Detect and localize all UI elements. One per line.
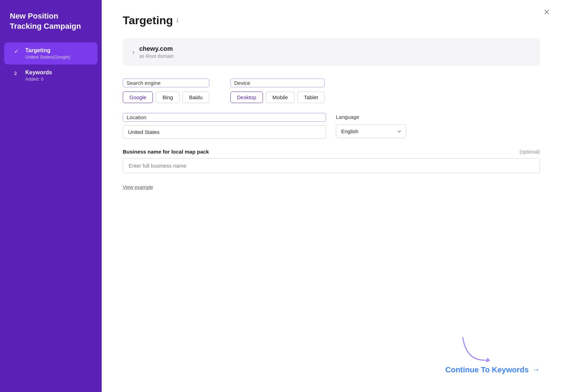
view-example-link[interactable]: View example <box>123 184 153 190</box>
language-label: Language <box>336 113 406 121</box>
continue-to-keywords-button[interactable]: Continue To Keywords → <box>445 365 540 374</box>
domain-card: › chewy.com as Root domain <box>123 38 540 66</box>
sidebar-item-targeting-label: Targeting <box>25 47 70 54</box>
optional-label: (optional) <box>520 149 540 155</box>
location-language-row: Location Language English Spanish French… <box>123 113 540 139</box>
sidebar-item-keywords-label: Keywords <box>25 69 52 76</box>
search-engine-buttons: Google Bing Baidu <box>123 92 209 103</box>
continue-area: Continue To Keywords → <box>445 334 540 374</box>
device-tablet-button[interactable]: Tablet <box>297 92 325 103</box>
sidebar-item-keywords-number: 2 <box>14 70 21 76</box>
page-title-text: Targeting <box>123 14 173 27</box>
engine-device-row: Search engine Google Bing Baidu Device D… <box>123 79 540 103</box>
engine-google-button[interactable]: Google <box>123 92 153 103</box>
info-icon: ℹ <box>176 17 178 24</box>
device-buttons: Desktop Mobile Tablet <box>230 92 325 103</box>
business-section: Business name for local map pack (option… <box>123 149 540 173</box>
device-col: Device Desktop Mobile Tablet <box>230 79 325 103</box>
main-content: ✕ Targeting ℹ › chewy.com as Root domain… <box>102 0 561 392</box>
location-input[interactable] <box>123 125 326 139</box>
language-select[interactable]: English Spanish French German Italian <box>336 124 406 138</box>
continue-label: Continue To Keywords <box>445 365 529 374</box>
engine-baidu-button[interactable]: Baidu <box>182 92 209 103</box>
sidebar-item-keywords-sub: Added: 0 <box>25 76 52 82</box>
chevron-right-icon: › <box>133 49 134 55</box>
close-icon: ✕ <box>543 8 550 16</box>
language-col: Language English Spanish French German I… <box>336 113 406 138</box>
device-label: Device <box>230 79 325 87</box>
sidebar-item-targeting[interactable]: ✓ Targeting United States(Google) <box>4 42 97 65</box>
location-label: Location <box>123 113 326 122</box>
arrow-svg <box>452 334 498 369</box>
close-button[interactable]: ✕ <box>543 8 550 16</box>
device-desktop-button[interactable]: Desktop <box>230 92 263 103</box>
business-name-input[interactable] <box>123 158 540 173</box>
domain-sub: as Root domain <box>139 53 174 59</box>
engine-bing-button[interactable]: Bing <box>156 92 180 103</box>
continue-arrow-icon: → <box>532 365 540 374</box>
check-icon: ✓ <box>14 48 21 55</box>
sidebar-item-keywords[interactable]: 2 Keywords Added: 0 <box>4 65 97 87</box>
search-engine-label: Search engine <box>123 79 209 87</box>
domain-name: chewy.com <box>139 45 174 53</box>
sidebar-item-targeting-sub: United States(Google) <box>25 54 70 60</box>
sidebar-title: New Position Tracking Campaign <box>0 11 102 42</box>
search-engine-col: Search engine Google Bing Baidu <box>123 79 209 103</box>
location-col: Location <box>123 113 326 139</box>
device-mobile-button[interactable]: Mobile <box>266 92 295 103</box>
page-title: Targeting ℹ <box>123 14 540 27</box>
business-label: Business name for local map pack <box>123 149 209 155</box>
sidebar: New Position Tracking Campaign ✓ Targeti… <box>0 0 102 392</box>
